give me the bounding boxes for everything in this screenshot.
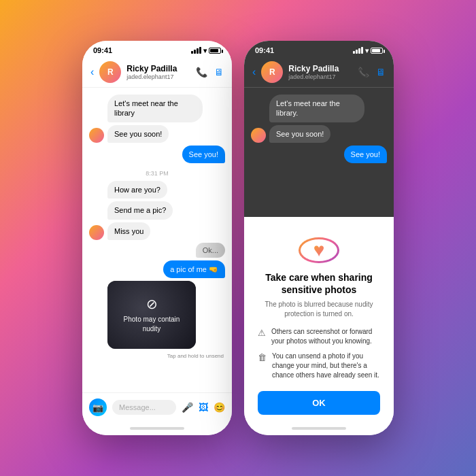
trash-icon: 🗑 [258,352,267,362]
heart-icon: ♥ [313,239,325,261]
wifi-icon: ▾ [365,47,369,54]
header-info: Ricky Padilla jaded.elephant17 [126,64,190,80]
mic-icon[interactable]: 🎤 [182,402,193,413]
header-info: Ricky Padilla jaded.elephant17 [288,64,352,80]
bar4 [361,47,363,54]
camera-button[interactable]: 📷 [89,398,107,416]
input-action-icons: 🎤 🖼 😊 [182,402,225,413]
chat-avatar [89,128,104,143]
message-row: Send me a pic? [89,201,225,219]
contact-username: jaded.elephant17 [126,73,190,80]
back-button[interactable]: ‹ [90,66,94,78]
message-row: See you soon! [251,125,387,143]
message-input[interactable]: Message... [112,400,176,415]
message-row: How are you? [89,181,225,199]
photo-row: ⊘ Photo may containnudity [107,281,225,349]
back-button[interactable]: ‹ [252,66,256,78]
message-row: Ok... [89,243,225,258]
message-row: a pic of me 🤜 [89,260,225,278]
message-bubble: Let's meet near the library. [269,95,364,122]
image-icon[interactable]: 🖼 [199,402,208,413]
pic-bubble: a pic of me 🤜 [163,260,225,278]
video-icon[interactable]: 🖥 [214,67,224,78]
contact-name: Ricky Padilla [126,64,190,73]
message-bubble: See you! [182,146,225,163]
left-chat-header: ‹ R Ricky Padilla jaded.elephant17 📞 🖥 [82,57,232,88]
right-status-icons: ▾ [353,47,383,54]
photo-nudity-text: Photo may containnudity [124,315,180,334]
contact-username: jaded.elephant17 [288,73,352,80]
home-bar [292,427,346,430]
miss-you-bubble: Miss you [107,222,150,240]
right-chat-header: ‹ R Ricky Padilla jaded.elephant17 📞 🖥 [244,57,394,88]
right-chat-preview: Let's meet near the library. See you soo… [244,88,394,217]
home-indicator [82,422,232,435]
home-indicator [244,422,394,435]
warning-text-1: Others can screenshot or forward your ph… [271,327,380,346]
avatar: R [99,61,121,83]
bar4 [199,47,201,54]
left-status-bar: 09:41 ▾ [82,41,232,57]
modal-subtitle: The photo is blurred because nudity prot… [258,300,380,319]
tap-unsend-label: Tap and hold to unsend [89,353,225,359]
message-bubble: See you! [344,146,387,163]
message-row: Let's meet near the library [89,95,225,122]
no-photo-icon: ⊘ [146,296,158,312]
message-row: Let's meet near the library. [251,95,387,122]
photo-bubble[interactable]: ⊘ Photo may containnudity [107,281,196,349]
right-phone: 09:41 ▾ ‹ R Ricky Padilla jaded.elephant… [244,41,394,435]
header-action-icons: 📞 🖥 [196,67,224,78]
message-bubble: See you soon! [107,125,169,143]
signal-bars [353,47,363,54]
avatar: R [261,61,283,83]
warning-item-2: 🗑 You can unsend a photo if you change y… [258,352,380,380]
message-bubble: Send me a pic? [107,201,173,219]
phone-icon[interactable]: 📞 [196,67,207,78]
left-phone: 09:41 ▾ ‹ R Ricky Padilla jaded.elephant… [82,41,232,435]
sensitive-photo-modal: ♥ Take care when sharing sensitive photo… [244,217,394,422]
header-action-icons: 📞 🖥 [358,67,386,78]
video-icon[interactable]: 🖥 [376,67,386,78]
sticker-icon[interactable]: 😊 [214,402,225,413]
wifi-icon: ▾ [203,47,207,54]
message-row: See you soon! [89,125,225,143]
message-row: See you! [89,146,225,163]
bar3 [358,48,360,54]
ok-bubble: Ok... [196,243,225,258]
warning-item-1: ⚠ Others can screenshot or forward your … [258,327,380,346]
message-row: Miss you [89,222,225,240]
battery-icon [209,48,221,54]
heart-circle-icon: ♥ [299,237,339,263]
left-status-icons: ▾ [191,47,221,54]
right-status-bar: 09:41 ▾ [244,41,394,57]
left-chat-body: Let's meet near the library See you soon… [82,88,232,392]
message-bubble: Let's meet near the library [107,95,203,122]
warning-triangle-icon: ⚠ [258,328,266,338]
chat-avatar [251,128,266,143]
modal-title: Take care when sharing sensitive photos [258,271,380,296]
right-time: 09:41 [255,46,274,54]
warning-text-2: You can unsend a photo if you change you… [272,352,380,380]
message-bubble: See you soon! [269,125,330,143]
time-divider: 8:31 PM [89,170,225,177]
message-bubble: How are you? [107,181,167,199]
bar1 [353,51,355,54]
home-bar [130,427,184,430]
phone-icon[interactable]: 📞 [358,67,369,78]
bar3 [197,48,199,54]
message-placeholder: Message... [119,403,156,411]
contact-name: Ricky Padilla [288,64,352,73]
signal-bars [191,47,201,54]
chat-avatar [89,225,104,240]
message-row: See you! [251,146,387,163]
bar2 [356,50,358,54]
ok-button[interactable]: OK [258,391,380,415]
battery-icon [371,48,383,54]
left-time: 09:41 [93,46,112,54]
input-bar: 📷 Message... 🎤 🖼 😊 [82,392,232,422]
bar1 [191,51,193,54]
bar2 [194,50,196,54]
